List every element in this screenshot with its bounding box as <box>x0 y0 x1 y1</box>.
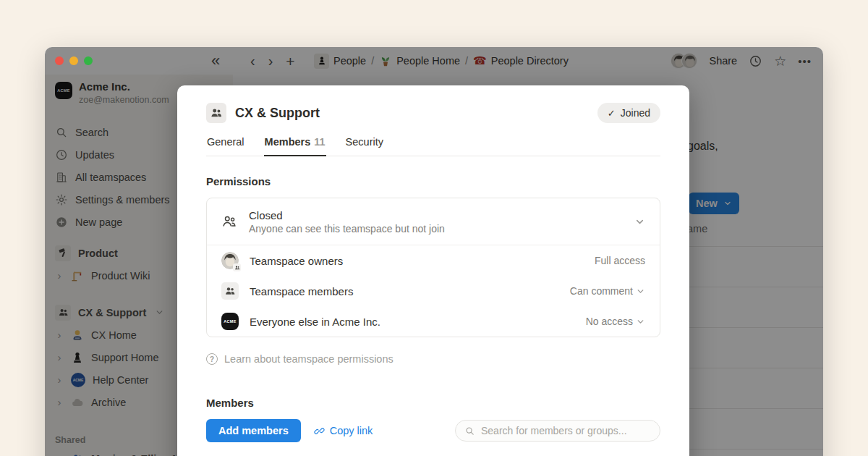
access-level-members-dropdown[interactable]: Can comment <box>570 285 645 297</box>
tab-security[interactable]: Security <box>345 136 384 156</box>
chevron-down-icon <box>636 287 645 296</box>
modal-tabs: General Members11 Security <box>206 136 660 156</box>
check-icon: ✓ <box>608 108 616 119</box>
search-icon <box>464 426 475 436</box>
modal-title: CX & Support <box>235 106 320 121</box>
minimize-window-icon[interactable] <box>69 56 78 65</box>
members-heading: Members <box>206 397 660 409</box>
chevron-down-icon <box>636 317 645 326</box>
permission-level-dropdown[interactable]: Closed Anyone can see this teamspace but… <box>207 198 660 245</box>
app-window: « ‹ › + People / People Home / ☎ People … <box>45 47 823 456</box>
member-search-input[interactable] <box>481 425 651 436</box>
acme-badge-icon: ACME <box>221 313 239 330</box>
permission-level: Closed <box>249 209 445 221</box>
teamspace-people-icon <box>206 103 226 123</box>
tab-general[interactable]: General <box>206 136 245 156</box>
permission-level-description: Anyone can see this teamspace but not jo… <box>249 223 445 235</box>
add-members-button[interactable]: Add members <box>206 419 301 442</box>
window-controls <box>55 56 93 65</box>
permissions-card: Closed Anyone can see this teamspace but… <box>206 198 660 337</box>
access-level-everyone-dropdown[interactable]: No access <box>586 316 645 327</box>
permission-row-members: Teamspace members Can comment <box>207 276 660 306</box>
members-count: 11 <box>314 136 325 148</box>
learn-permissions-link[interactable]: ? Learn about teamspace permissions <box>206 353 660 365</box>
people-badge-icon <box>233 263 241 271</box>
close-window-icon[interactable] <box>55 56 64 65</box>
member-search <box>455 420 660 442</box>
people-icon <box>221 282 239 300</box>
copy-link-button[interactable]: Copy link <box>314 425 373 436</box>
people-outline-icon <box>221 214 237 229</box>
permission-row-owners: Teamspace owners Full access <box>207 245 660 276</box>
zoom-window-icon[interactable] <box>84 56 93 65</box>
tab-members[interactable]: Members11 <box>264 136 326 156</box>
question-circle-icon: ? <box>206 353 218 365</box>
permissions-heading: Permissions <box>206 175 660 187</box>
link-icon <box>314 426 325 436</box>
permission-row-everyone-else: ACME Everyone else in Acme Inc. No acces… <box>207 306 660 337</box>
chevron-down-icon <box>634 216 645 227</box>
joined-button[interactable]: ✓ Joined <box>597 103 660 123</box>
owners-avatar <box>221 252 239 269</box>
teamspace-settings-modal: CX & Support ✓ Joined General Members11 … <box>177 85 689 456</box>
access-level-owners: Full access <box>595 255 645 266</box>
